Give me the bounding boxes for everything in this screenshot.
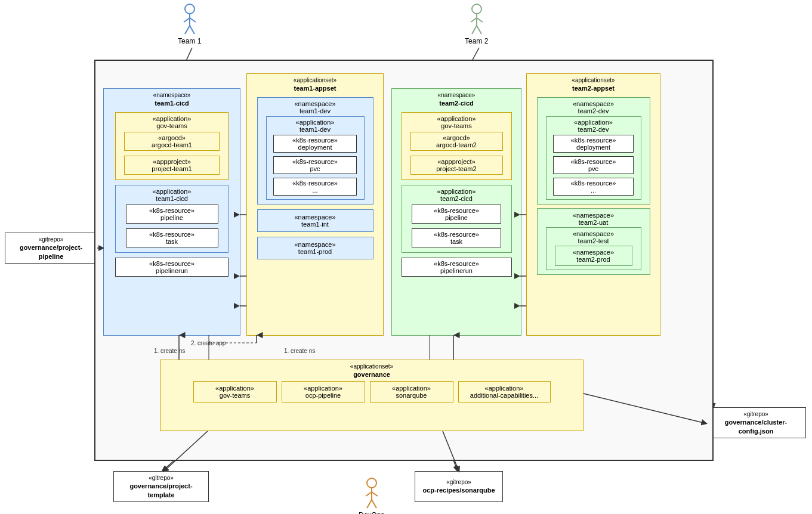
team2-cicd-title: «namespace» team2-cicd — [436, 89, 478, 110]
k8s-etc-dev2: «k8s-resource» ... — [553, 178, 634, 196]
svg-line-24 — [190, 26, 194, 34]
team1-dev-box: «namespace» team1-dev «application» team… — [257, 97, 373, 205]
team2-appset-title: «applicationset» team2-appset — [569, 74, 617, 95]
team2-actor: Team 2 — [465, 3, 488, 45]
gitrepo-gov-template-title: «gitrepo» governance/project-template — [114, 473, 208, 500]
team1-figure — [181, 3, 199, 36]
k8s-pipelinerun-team2: «k8s-resource» pipelinerun — [402, 258, 512, 277]
k8s-pvc-dev: «k8s-resource» pvc — [273, 156, 357, 174]
gitrepo-gov-pipeline: «gitrepo» governance/project-pipeline — [5, 233, 97, 264]
svg-line-36 — [372, 500, 376, 508]
svg-line-34 — [372, 492, 378, 496]
svg-line-30 — [477, 26, 481, 34]
argocd-team1-box: «argocd» argocd-team1 — [124, 132, 220, 151]
additional-capabilities-governance: «application» additional-capabilities... — [458, 381, 551, 402]
argocd-team2-box: «argocd» argocd-team2 — [410, 132, 503, 151]
svg-line-22 — [190, 18, 196, 22]
team2-cicd-box: «namespace» team2-cicd «application» gov… — [391, 88, 521, 336]
gov-teams-governance: «application» gov-teams — [193, 381, 277, 402]
k8s-etc-dev: «k8s-resource» ... — [273, 178, 357, 196]
svg-point-31 — [367, 478, 376, 488]
diagram-container: 1. create ns 2. create app 1. create ns — [0, 0, 812, 514]
svg-point-19 — [185, 4, 194, 14]
k8s-pipeline-team2: «k8s-resource» pipeline — [412, 205, 501, 224]
team2-uat-box: «namespace» team2-uat «namespace» team2-… — [537, 208, 650, 275]
gitrepo-gov-template: «gitrepo» governance/project-template — [113, 471, 209, 502]
governance-appset-title: «applicationset» governance — [348, 360, 396, 381]
k8s-deploy-dev2: «k8s-resource» deployment — [553, 135, 634, 153]
label-create-app: 2. create app — [191, 340, 226, 346]
team1-dev-app: «application» team1-dev «k8s-resource» d… — [266, 116, 365, 200]
team2-prod-box: «namespace» team2-prod — [555, 246, 632, 266]
svg-line-23 — [185, 26, 190, 34]
team2-cicd-app-box: «application» team2-cicd «k8s-resource» … — [402, 185, 512, 253]
gitrepo-gov-cluster-title: «gitrepo» governance/cluster-config.json — [706, 409, 805, 436]
devops-figure — [363, 477, 381, 510]
governance-appset-box: «applicationset» governance «application… — [160, 360, 583, 431]
svg-line-21 — [184, 18, 190, 22]
team1-int-box: «namespace» team1-int — [257, 209, 373, 232]
k8s-pvc-dev2: «k8s-resource» pvc — [553, 156, 634, 174]
svg-line-27 — [471, 18, 477, 22]
label-create-ns-2: 1. create ns — [284, 348, 315, 354]
k8s-pipeline-team1: «k8s-resource» pipeline — [126, 205, 218, 224]
team2-figure — [468, 3, 486, 36]
team2-label: Team 2 — [465, 37, 488, 45]
team2-dev-box: «namespace» team2-dev «application» team… — [537, 97, 650, 205]
svg-line-35 — [367, 500, 372, 508]
appproject-team2-box: «appproject» project-team2 — [410, 156, 503, 175]
label-create-ns-1: 1. create ns — [154, 348, 185, 354]
team2-dev-app: «application» team2-dev «k8s-resource» d… — [546, 116, 641, 200]
gitrepo-ocp-sonarqube-title: «gitrepo» ocp-recipes/sonarqube — [420, 477, 497, 496]
svg-line-33 — [366, 492, 372, 496]
team1-cicd-app-box: «application» team1-cicd «k8s-resource» … — [115, 185, 229, 253]
gitrepo-ocp-sonarqube: «gitrepo» ocp-recipes/sonarqube — [415, 471, 503, 502]
gitrepo-gov-cluster: «gitrepo» governance/cluster-config.json — [706, 407, 806, 438]
gov-teams-app-team1: «application» gov-teams «argocd» argocd-… — [115, 112, 229, 180]
team1-actor: Team 1 — [178, 3, 201, 45]
k8s-task-team1: «k8s-resource» task — [126, 228, 218, 247]
devops-label: DevOps — [359, 511, 384, 514]
team1-label: Team 1 — [178, 37, 201, 45]
gitrepo-gov-pipeline-title: «gitrepo» governance/project-pipeline — [5, 234, 97, 262]
team1-cicd-box: «namespace» team1-cicd «application» gov… — [103, 88, 240, 336]
k8s-deploy-dev: «k8s-resource» deployment — [273, 135, 357, 153]
team1-cicd-title: «namespace» team1-cicd — [151, 89, 193, 110]
team1-prod-box: «namespace» team1-prod — [257, 237, 373, 259]
team1-appset-box: «applicationset» team1-appset «namespace… — [246, 73, 384, 336]
svg-line-28 — [477, 18, 483, 22]
team2-test-box: «namespace» team2-test «namespace» team2… — [546, 227, 641, 270]
k8s-task-team2: «k8s-resource» task — [412, 228, 501, 247]
appproject-team1-box: «appproject» project-team1 — [124, 156, 220, 175]
svg-point-25 — [472, 4, 481, 14]
team1-appset-title: «applicationset» team1-appset — [291, 74, 339, 95]
devops-actor: DevOps — [359, 477, 384, 514]
gov-teams-app-team2: «application» gov-teams «argocd» argocd-… — [402, 112, 512, 180]
k8s-pipelinerun-team1: «k8s-resource» pipelinerun — [115, 258, 229, 277]
ocp-pipeline-governance: «application» ocp-pipeline — [282, 381, 365, 402]
sonarqube-governance: «application» sonarqube — [370, 381, 453, 402]
team2-appset-box: «applicationset» team2-appset «namespace… — [526, 73, 660, 336]
svg-line-29 — [472, 26, 477, 34]
